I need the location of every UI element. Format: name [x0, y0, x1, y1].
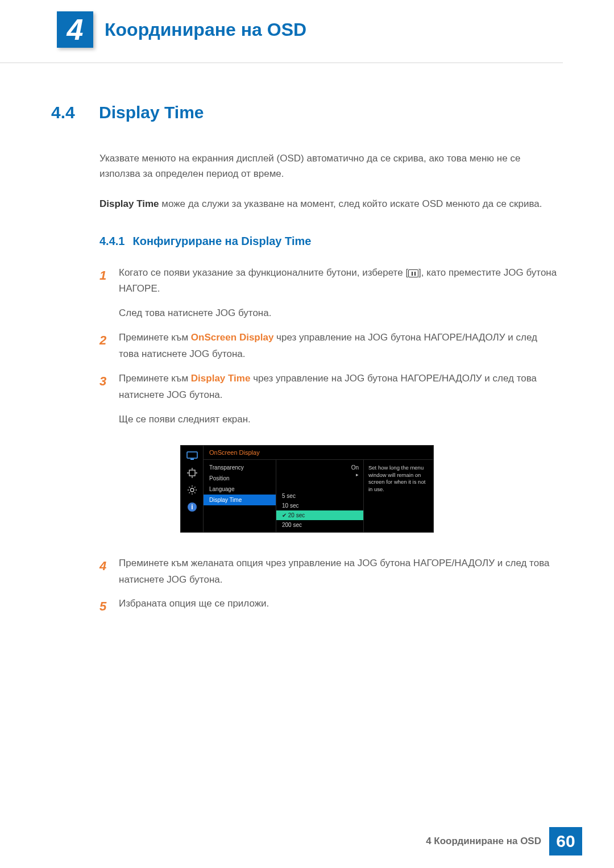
step-3-body: Преминете към Display Time чрез управлен… — [119, 371, 557, 404]
osd-value-on: On — [276, 462, 363, 472]
step-2-number: 2 — [99, 330, 119, 363]
osd-row-position: Position — [204, 473, 276, 484]
osd-option-10sec: 10 sec — [276, 501, 363, 510]
step-1-body: Когато се появи указание за функционални… — [119, 265, 557, 298]
osd-option-5sec: 5 sec — [276, 491, 363, 501]
step-2: 2 Преминете към OnScreen Display чрез уп… — [99, 330, 557, 363]
chapter-badge: 4 — [57, 11, 93, 48]
osd-sidebar: i — [181, 446, 204, 532]
step-1: 1 Когато се появи указание за функционал… — [99, 265, 557, 298]
step-4-body: Преминете към желаната опция чрез управл… — [119, 555, 557, 588]
section-title: Display Time — [99, 103, 204, 122]
step-3: 3 Преминете към Display Time чрез управл… — [99, 371, 557, 404]
svg-point-3 — [190, 488, 194, 492]
step-5-body: Избраната опция ще се приложи. — [119, 596, 557, 617]
step-4: 4 Преминете към желаната опция чрез упра… — [99, 555, 557, 588]
step-4-number: 4 — [99, 555, 119, 588]
gear-icon — [185, 484, 199, 496]
page-footer: 4 Координиране на OSD 60 — [426, 827, 582, 855]
osd-menu-list: Transparency Position Language Display T… — [204, 460, 276, 532]
osd-option-20sec: 20 sec — [276, 510, 363, 520]
subsection-title: Конфигуриране на Display Time — [132, 235, 311, 248]
step-3-cont: Ще се появи следният екран. — [119, 412, 557, 428]
intro2-bold: Display Time — [99, 198, 159, 209]
osd-help-text: Set how long the menu window will remain… — [364, 460, 433, 532]
resize-icon — [185, 467, 199, 479]
osd-screenshot: i OnScreen Display Transparency Position… — [180, 445, 434, 533]
svg-text:i: i — [191, 503, 193, 511]
chapter-title: Координиране на OSD — [105, 19, 306, 40]
footer-page-number: 60 — [549, 827, 582, 855]
svg-rect-0 — [187, 452, 197, 458]
osd-row-language: Language — [204, 484, 276, 495]
osd-title: OnScreen Display — [204, 446, 433, 460]
step-3-number: 3 — [99, 371, 119, 404]
footer-chapter-label: 4 Координиране на OSD — [426, 836, 541, 847]
osd-values: On ▸ 5 sec 10 sec 20 sec 200 sec — [276, 460, 364, 532]
step-1-a: Когато се появи указание за функционални… — [119, 267, 408, 278]
step-2-a: Преминете към — [119, 332, 191, 343]
step-5-number: 5 — [99, 596, 119, 617]
monitor-icon — [185, 450, 199, 462]
svg-rect-1 — [190, 459, 194, 460]
step-1-cont: След това натиснете JOG бутона. — [119, 305, 557, 322]
step-2-body: Преминете към OnScreen Display чрез упра… — [119, 330, 557, 363]
intro-paragraph-2: Display Time може да служи за указване н… — [99, 196, 557, 211]
menu-icon — [408, 269, 418, 277]
info-icon: i — [185, 501, 199, 513]
subsection-number: 4.4.1 — [99, 235, 125, 248]
step-2-orange: OnScreen Display — [191, 332, 274, 343]
step-3-a: Преминете към — [119, 373, 191, 384]
osd-submenu: 5 sec 10 sec 20 sec 200 sec — [276, 491, 363, 530]
osd-option-200sec: 200 sec — [276, 520, 363, 530]
subsection-heading: 4.4.1 Конфигуриране на Display Time — [99, 235, 614, 248]
osd-main: OnScreen Display Transparency Position L… — [204, 446, 433, 532]
intro2-rest: може да служи за указване на момент, сле… — [159, 198, 542, 209]
svg-rect-2 — [189, 470, 195, 476]
osd-row-transparency: Transparency — [204, 462, 276, 473]
osd-row-displaytime: Display Time — [204, 495, 276, 505]
step-3-orange: Display Time — [191, 373, 251, 384]
osd-arrow: ▸ — [276, 472, 363, 480]
step-1-number: 1 — [99, 265, 119, 298]
section-heading: 4.4 Display Time — [51, 103, 614, 122]
step-5: 5 Избраната опция ще се приложи. — [99, 596, 557, 617]
chapter-number: 4 — [67, 13, 84, 47]
section-number: 4.4 — [51, 103, 99, 122]
chapter-header: 4 Координиране на OSD — [0, 0, 563, 63]
intro-paragraph-1: Указвате менюто на екранния дисплей (OSD… — [99, 151, 557, 181]
